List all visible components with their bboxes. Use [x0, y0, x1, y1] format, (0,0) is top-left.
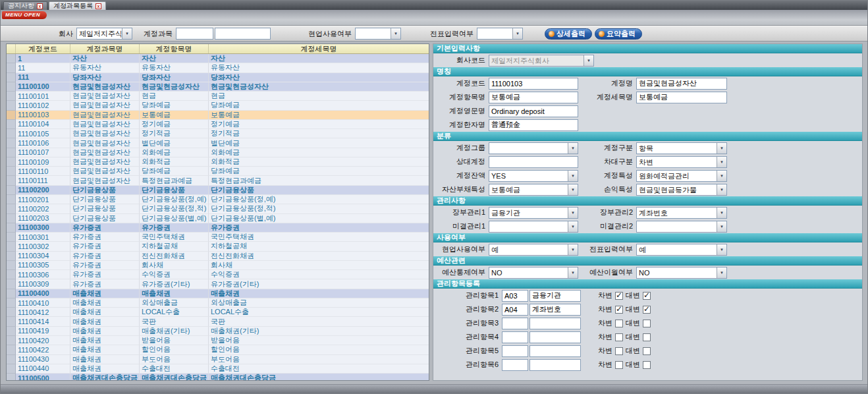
row-indicator-cell[interactable]: [7, 270, 16, 279]
table-row[interactable]: 11100106 현금및현금성자산 별단예금 별단예금: [7, 138, 429, 148]
trait-select[interactable]: 원화예적금관리 ▼: [636, 170, 727, 182]
row-indicator-cell[interactable]: [7, 279, 16, 289]
mgmt-item-name-input[interactable]: [529, 359, 581, 371]
pending1-select[interactable]: ▼: [489, 221, 578, 233]
chevron-down-icon[interactable]: ▼: [717, 267, 726, 278]
row-indicator-cell[interactable]: [7, 223, 16, 233]
row-indicator-cell[interactable]: [7, 252, 16, 261]
table-row[interactable]: 11100103 현금및현금성자산 보통예금 보통예금: [7, 111, 429, 120]
table-row[interactable]: 11100107 현금및현금성자산 외화예금 외화예금: [7, 148, 429, 157]
table-row[interactable]: 11100301 유가증권 국민주택채권 국민주택채권: [7, 233, 429, 242]
table-row[interactable]: 11100300 유가증권 유가증권 유가증권: [7, 223, 429, 233]
company-select[interactable]: 제일저지주식회사 ▼: [76, 28, 132, 40]
row-indicator-cell[interactable]: [7, 167, 16, 176]
chevron-down-icon[interactable]: ▼: [717, 143, 726, 154]
row-indicator-cell[interactable]: [7, 233, 16, 242]
table-row[interactable]: 11100440 매출채권 수출대전 수출대전: [7, 364, 429, 374]
table-row[interactable]: 11100309 유가증권 유가증권(기타) 유가증권(기타): [7, 279, 429, 289]
table-row[interactable]: 11100419 매출채권 매출채권(기타) 매출채권(기타): [7, 327, 429, 336]
table-row[interactable]: 11100414 매출채권 국판 국판: [7, 317, 429, 326]
chevron-down-icon[interactable]: ▼: [391, 28, 400, 39]
chevron-down-icon[interactable]: ▼: [717, 221, 726, 232]
credit-checkbox[interactable]: [643, 347, 651, 355]
hanja-name-input[interactable]: [489, 119, 578, 131]
debit-checkbox[interactable]: [615, 306, 623, 314]
chevron-down-icon[interactable]: ▼: [717, 244, 726, 255]
mgmt-item-code-input[interactable]: [502, 318, 528, 329]
chevron-down-icon[interactable]: ▼: [717, 184, 726, 195]
table-row[interactable]: 11100412 매출채권 LOCAL수출 LOCAL수출: [7, 308, 429, 317]
row-indicator-cell[interactable]: [7, 176, 16, 185]
row-indicator-cell[interactable]: [7, 63, 16, 72]
credit-checkbox[interactable]: [643, 292, 651, 300]
slip-entry-filter-select[interactable]: ▼: [477, 28, 523, 40]
table-row[interactable]: 11100201 단기금융상품 단기금융상품(정,예) 단기금융상품(정,예): [7, 195, 429, 204]
table-row[interactable]: 11100400 매출채권 매출채권 매출채권: [7, 289, 429, 298]
table-row[interactable]: 111 당좌자산 당좌자산 당좌자산: [7, 73, 429, 82]
mgmt-item-name-input[interactable]: [529, 290, 581, 302]
balance-select[interactable]: YES ▼: [489, 170, 578, 182]
account-code-filter-input[interactable]: [176, 28, 213, 40]
row-indicator-cell[interactable]: [7, 374, 16, 380]
pl-trait-select[interactable]: 현금및현금등가물 ▼: [636, 184, 727, 196]
menu-open-button[interactable]: MENU OPEN: [2, 11, 47, 19]
chevron-down-icon[interactable]: ▼: [717, 157, 726, 167]
chevron-down-icon[interactable]: ▼: [568, 267, 578, 278]
company-code-select[interactable]: 제일저지주식회사 ▼: [489, 55, 594, 67]
credit-checkbox[interactable]: [643, 306, 651, 314]
table-row[interactable]: 11100200 단기금융상품 단기금융상품 단기금융상품: [7, 186, 429, 195]
chevron-down-icon[interactable]: ▼: [568, 171, 578, 181]
row-indicator-cell[interactable]: [7, 204, 16, 213]
table-row[interactable]: 11100110 현금및현금성자산 당좌예금 당좌예금: [7, 167, 429, 176]
chevron-down-icon[interactable]: ▼: [122, 28, 132, 39]
table-row[interactable]: 11100105 현금및현금성자산 정기적금 정기적금: [7, 129, 429, 138]
row-indicator-cell[interactable]: [7, 355, 16, 364]
table-row[interactable]: 11100430 매출채권 부도어음 부도어음: [7, 355, 429, 364]
row-indicator-cell[interactable]: [7, 92, 16, 101]
chevron-down-icon[interactable]: ▼: [568, 244, 578, 255]
mgmt-item-code-input[interactable]: [502, 304, 528, 316]
table-row[interactable]: 11100202 단기금융상품 단기금융상품(정,적) 단기금융상품(정,적): [7, 204, 429, 213]
table-row[interactable]: 11100109 현금및현금성자산 외화적금 외화적금: [7, 157, 429, 167]
table-row[interactable]: 11 유동자산 유동자산 유동자산: [7, 63, 429, 72]
row-indicator-cell[interactable]: [7, 308, 16, 317]
pending2-select[interactable]: ▼: [636, 221, 727, 233]
table-row[interactable]: 1 자산 자산 자산: [7, 54, 429, 63]
chevron-down-icon[interactable]: ▼: [568, 208, 578, 218]
item-name-input[interactable]: [489, 92, 578, 103]
chevron-down-icon[interactable]: ▼: [568, 221, 578, 232]
mgmt-item-name-input[interactable]: [529, 331, 581, 343]
row-indicator-cell[interactable]: [7, 186, 16, 195]
table-row[interactable]: 11100305 유가증권 회사채 회사채: [7, 261, 429, 270]
header-account-detail[interactable]: 계정세목명: [209, 44, 429, 53]
account-group-select[interactable]: ▼: [489, 142, 578, 154]
tab-close-icon[interactable]: x: [95, 3, 101, 9]
table-row[interactable]: 11100100 현금및현금성자산 현금및현금성자산 현금및현금성자산: [7, 82, 429, 92]
chevron-down-icon[interactable]: ▼: [568, 143, 578, 154]
table-row[interactable]: 11100302 유가증권 지하철공채 지하철공채: [7, 242, 429, 251]
mgmt-item-name-input[interactable]: [529, 345, 581, 357]
row-indicator-cell[interactable]: [7, 364, 16, 374]
field-use-filter-select[interactable]: ▼: [355, 28, 401, 40]
mgmt-item-code-input[interactable]: [502, 359, 528, 371]
row-indicator-cell[interactable]: [7, 82, 16, 92]
row-indicator-cell[interactable]: [7, 73, 16, 82]
table-row[interactable]: 11100420 매출채권 받을어음 받을어음: [7, 336, 429, 345]
row-indicator-cell[interactable]: [7, 289, 16, 298]
credit-checkbox[interactable]: [643, 333, 651, 341]
row-indicator-cell[interactable]: [7, 298, 16, 308]
account-name-filter-input[interactable]: [215, 28, 271, 40]
ledger2-select[interactable]: 계좌번호 ▼: [636, 207, 727, 219]
debit-checkbox[interactable]: [615, 292, 623, 300]
table-row[interactable]: 11100102 현금및현금성자산 당좌예금 당좌예금: [7, 101, 429, 110]
account-gubun-select[interactable]: 항목 ▼: [636, 142, 727, 154]
chevron-down-icon[interactable]: ▼: [512, 28, 522, 39]
mgmt-item-code-input[interactable]: [502, 290, 528, 302]
row-indicator-cell[interactable]: [7, 195, 16, 204]
tab-notice[interactable]: 공지사항 x: [3, 1, 47, 10]
counter-account-input[interactable]: [489, 156, 578, 168]
detail-print-button[interactable]: 상세출력: [545, 28, 592, 40]
budget-ctrl-select[interactable]: NO ▼: [489, 267, 578, 279]
mgmt-item-name-input[interactable]: [529, 318, 581, 329]
row-indicator-cell[interactable]: [7, 317, 16, 326]
